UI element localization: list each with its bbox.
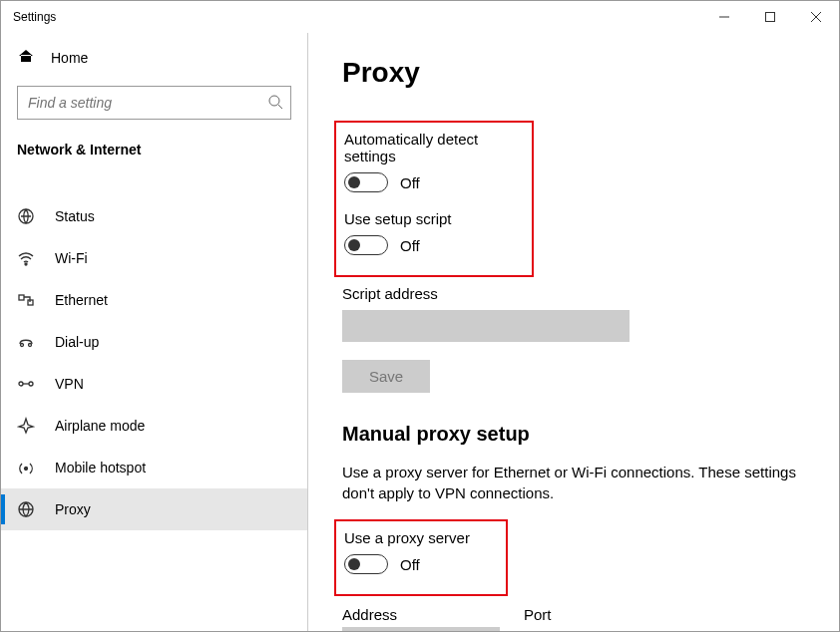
status-icon xyxy=(17,207,35,225)
close-button[interactable] xyxy=(793,1,839,33)
category-title: Network & Internet xyxy=(1,136,307,171)
nav-label: Status xyxy=(55,208,95,224)
main-panel: Proxy Automatically detect settings Off … xyxy=(308,33,839,631)
svg-line-5 xyxy=(278,105,282,109)
save-button[interactable]: Save xyxy=(342,360,430,393)
toggle-state: Off xyxy=(400,174,420,191)
manual-title: Manual proxy setup xyxy=(342,423,815,446)
content-area: Home Network & Internet Status Wi-Fi Eth… xyxy=(1,33,839,631)
script-address-label: Script address xyxy=(342,285,815,302)
toggle-switch xyxy=(344,172,388,192)
port-label: Port xyxy=(524,606,596,623)
svg-point-11 xyxy=(29,344,32,347)
minimize-icon xyxy=(718,11,730,23)
sidebar-item-ethernet[interactable]: Ethernet xyxy=(1,279,307,321)
toggle-state: Off xyxy=(400,237,420,254)
svg-point-10 xyxy=(21,344,24,347)
sidebar-item-wifi[interactable]: Wi-Fi xyxy=(1,237,307,279)
page-title: Proxy xyxy=(342,57,815,89)
nav-label: Mobile hotspot xyxy=(55,460,146,475)
manual-description: Use a proxy server for Ethernet or Wi-Fi… xyxy=(342,462,815,503)
airplane-icon xyxy=(17,417,35,435)
search-input[interactable] xyxy=(17,86,291,120)
toggle-state: Off xyxy=(400,556,420,573)
vpn-icon xyxy=(17,375,35,393)
nav-label: Ethernet xyxy=(55,292,108,308)
auto-detect-label: Automatically detect settings xyxy=(344,131,524,164)
nav-label: Proxy xyxy=(55,501,91,517)
sidebar-item-proxy[interactable]: Proxy xyxy=(1,488,307,530)
address-label: Address xyxy=(342,606,500,623)
svg-rect-1 xyxy=(766,12,775,21)
nav-label: Dial-up xyxy=(55,334,99,350)
nav-label: VPN xyxy=(55,376,84,392)
sidebar: Home Network & Internet Status Wi-Fi Eth… xyxy=(1,33,308,631)
sidebar-item-dialup[interactable]: Dial-up xyxy=(1,321,307,363)
svg-point-12 xyxy=(19,382,23,386)
setup-script-label: Use setup script xyxy=(344,210,524,227)
svg-point-13 xyxy=(29,382,33,386)
hotspot-icon xyxy=(17,459,35,476)
proxy-icon xyxy=(17,500,35,518)
home-label: Home xyxy=(51,50,88,66)
svg-point-4 xyxy=(269,96,279,106)
address-input[interactable] xyxy=(342,627,500,631)
sidebar-item-vpn[interactable]: VPN xyxy=(1,363,307,405)
svg-point-15 xyxy=(25,468,28,471)
nav-label: Wi-Fi xyxy=(55,250,88,266)
sidebar-item-status[interactable]: Status xyxy=(1,195,307,237)
close-icon xyxy=(810,11,822,23)
address-port-row: Address Port xyxy=(342,606,815,631)
search-container xyxy=(17,86,291,120)
minimize-button[interactable] xyxy=(701,1,747,33)
setup-script-toggle[interactable]: Off xyxy=(344,235,524,255)
auto-detect-toggle[interactable]: Off xyxy=(344,172,524,192)
nav-list: Status Wi-Fi Ethernet Dial-up VPN Airpla… xyxy=(1,195,307,530)
dialup-icon xyxy=(17,333,35,351)
script-address-input[interactable] xyxy=(342,310,630,342)
nav-label: Airplane mode xyxy=(55,418,145,434)
toggle-switch xyxy=(344,235,388,255)
svg-point-7 xyxy=(25,263,27,265)
home-nav[interactable]: Home xyxy=(1,33,307,82)
ethernet-icon xyxy=(17,291,35,309)
home-icon xyxy=(17,47,35,68)
toggle-switch xyxy=(344,554,388,574)
window-title: Settings xyxy=(13,10,56,24)
use-proxy-toggle[interactable]: Off xyxy=(344,554,498,574)
wifi-icon xyxy=(17,249,35,267)
highlight-box-auto: Automatically detect settings Off Use se… xyxy=(334,121,534,277)
sidebar-item-airplane[interactable]: Airplane mode xyxy=(1,405,307,447)
highlight-box-manual: Use a proxy server Off xyxy=(334,519,508,596)
svg-rect-8 xyxy=(19,295,24,300)
search-icon xyxy=(267,94,283,114)
sidebar-item-hotspot[interactable]: Mobile hotspot xyxy=(1,447,307,488)
maximize-icon xyxy=(764,11,776,23)
use-proxy-label: Use a proxy server xyxy=(344,529,498,546)
title-bar: Settings xyxy=(1,1,839,33)
maximize-button[interactable] xyxy=(747,1,793,33)
